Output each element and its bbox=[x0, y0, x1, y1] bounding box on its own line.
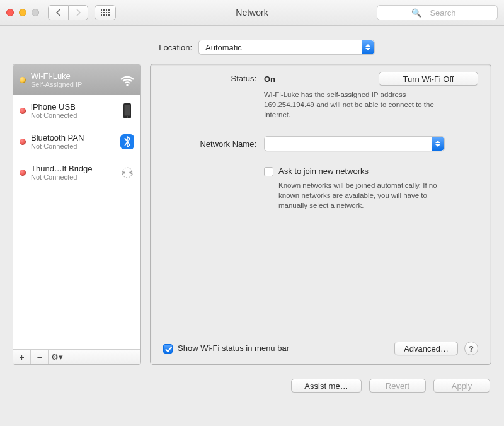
wifi-icon bbox=[119, 72, 135, 88]
zoom-window-button[interactable] bbox=[32, 9, 39, 16]
location-select[interactable]: Automatic bbox=[198, 40, 375, 55]
status-value: On bbox=[264, 74, 275, 84]
svg-point-0 bbox=[126, 84, 128, 86]
network-name-label: Network Name: bbox=[163, 139, 264, 149]
close-window-button[interactable] bbox=[6, 9, 14, 16]
nav-buttons bbox=[48, 5, 88, 20]
service-status: Not Connected bbox=[31, 173, 114, 181]
svg-point-3 bbox=[127, 116, 128, 117]
svg-rect-2 bbox=[125, 105, 130, 115]
help-button[interactable]: ? bbox=[464, 342, 478, 355]
service-status: Not Connected bbox=[31, 142, 114, 150]
main-area: Wi-Fi-Luke Self-Assigned IP iPhone USB bbox=[0, 64, 504, 372]
select-stepper-icon bbox=[362, 40, 374, 54]
status-dot-icon bbox=[20, 108, 26, 114]
chevron-right-icon bbox=[75, 9, 81, 16]
toggle-wifi-button[interactable]: Turn Wi-Fi Off bbox=[379, 72, 478, 86]
ask-to-join-label: Ask to join new networks bbox=[278, 166, 369, 176]
forward-button[interactable] bbox=[68, 5, 88, 20]
service-actions-menu[interactable]: ⚙︎▾ bbox=[49, 350, 66, 364]
search-icon: 🔍 bbox=[411, 8, 421, 18]
status-dot-icon bbox=[20, 139, 26, 145]
detail-panel: Status: On Turn Wi-Fi Off Wi-Fi-Luke has… bbox=[150, 64, 491, 365]
ask-to-join-checkbox[interactable] bbox=[264, 167, 273, 176]
status-dot-icon bbox=[20, 77, 26, 83]
remove-service-button[interactable]: − bbox=[31, 350, 49, 364]
assist-me-button[interactable]: Assist me… bbox=[291, 379, 362, 393]
location-row: Location: Automatic bbox=[0, 26, 504, 64]
service-status: Self-Assigned IP bbox=[31, 81, 114, 88]
service-item-wifi[interactable]: Wi-Fi-Luke Self-Assigned IP bbox=[13, 64, 140, 95]
show-status-label: Show Wi-Fi status in menu bar bbox=[178, 343, 289, 353]
location-label: Location: bbox=[129, 43, 192, 52]
titlebar: Network 🔍 bbox=[0, 0, 504, 26]
service-status: Not Connected bbox=[31, 112, 114, 119]
back-button[interactable] bbox=[48, 5, 68, 20]
status-label: Status: bbox=[163, 72, 264, 83]
service-name: iPhone USB bbox=[31, 102, 114, 112]
phone-icon bbox=[119, 103, 135, 119]
svg-point-6 bbox=[123, 171, 125, 173]
show-all-prefs-button[interactable] bbox=[94, 5, 116, 20]
window-controls bbox=[6, 9, 39, 16]
svg-point-7 bbox=[129, 171, 131, 173]
service-name: Wi-Fi-Luke bbox=[31, 71, 114, 81]
footer-buttons: Assist me… Revert Apply bbox=[0, 372, 504, 403]
service-toolbar: + − ⚙︎▾ bbox=[13, 349, 140, 364]
location-value: Automatic bbox=[205, 43, 242, 52]
bluetooth-icon bbox=[119, 134, 135, 150]
revert-button[interactable]: Revert bbox=[369, 379, 426, 393]
search-field-wrap: 🔍 bbox=[377, 5, 498, 20]
advanced-button[interactable]: Advanced… bbox=[394, 342, 458, 355]
add-service-button[interactable]: + bbox=[13, 350, 31, 364]
service-name: Thund…lt Bridge bbox=[31, 164, 114, 173]
service-item-bluetooth-pan[interactable]: Bluetooth PAN Not Connected bbox=[13, 126, 140, 157]
network-name-select[interactable] bbox=[264, 136, 445, 151]
minimize-window-button[interactable] bbox=[19, 9, 26, 16]
chevron-left-icon bbox=[55, 9, 62, 16]
service-name: Bluetooth PAN bbox=[31, 133, 114, 142]
bridge-icon bbox=[119, 164, 135, 181]
service-list: Wi-Fi-Luke Self-Assigned IP iPhone USB bbox=[13, 64, 140, 349]
service-item-thunderbolt-bridge[interactable]: Thund…lt Bridge Not Connected bbox=[13, 157, 140, 188]
status-dot-icon bbox=[20, 170, 26, 176]
show-status-checkbox[interactable] bbox=[163, 344, 173, 354]
apply-button[interactable]: Apply bbox=[433, 379, 490, 393]
service-sidebar: Wi-Fi-Luke Self-Assigned IP iPhone USB bbox=[13, 64, 141, 365]
ask-to-join-description: Known networks will be joined automatica… bbox=[264, 180, 453, 210]
grid-icon bbox=[101, 9, 110, 16]
service-item-iphone-usb[interactable]: iPhone USB Not Connected bbox=[13, 95, 140, 126]
search-input[interactable] bbox=[377, 5, 498, 20]
select-stepper-icon bbox=[432, 137, 444, 151]
status-description: Wi-Fi-Luke has the self-assigned IP addr… bbox=[264, 89, 453, 120]
